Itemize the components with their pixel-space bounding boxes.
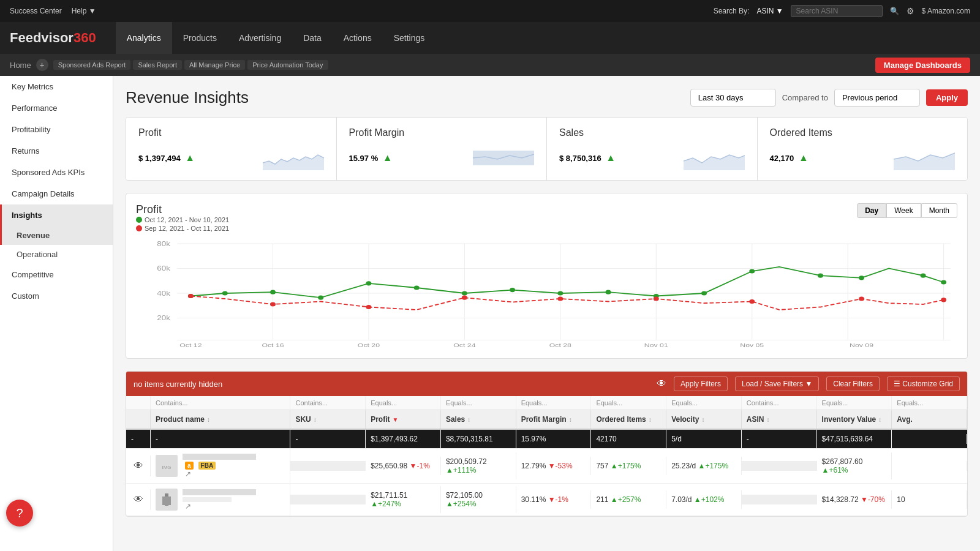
row2-product-cell: ↗ — [156, 489, 285, 511]
breadcrumb-tag-3[interactable]: All Manage Price — [184, 60, 245, 70]
date-range-select[interactable]: Last 30 days Last 7 days Last 90 days — [690, 89, 776, 107]
logo-feedvisor: Feedvisor — [10, 30, 74, 45]
svg-text:Oct 24: Oct 24 — [453, 342, 475, 348]
load-save-filters-button[interactable]: Load / Save Filters ▼ — [735, 377, 819, 391]
kpi-sales-value-row: $ 8,750,316 ▲ — [559, 146, 745, 170]
breadcrumb-tag-4[interactable]: Price Automation Today — [247, 60, 328, 70]
table-header: Product name ↕ SKU ↕ Profit ▼ Sales ↕ Pr… — [126, 410, 967, 430]
top-bar: Success Center Help ▼ Search By: ASIN ▼ … — [0, 0, 980, 22]
filter-cell-sales[interactable]: Equals... — [441, 396, 516, 410]
filter-cell-sku[interactable]: Contains... — [290, 396, 366, 410]
chat-widget[interactable]: ? — [6, 500, 33, 527]
page-title: Revenue Insights — [126, 88, 249, 107]
home-link[interactable]: Home — [10, 61, 31, 70]
compared-to-select[interactable]: Previous period Previous year — [834, 89, 920, 107]
kpi-margin-trend: ▲ — [383, 152, 393, 163]
row1-velocity: 25.23/d ▲+175% — [666, 457, 742, 475]
th-velocity[interactable]: Velocity ↕ — [666, 410, 742, 429]
time-btn-month[interactable]: Month — [921, 203, 957, 218]
sidebar-item-custom[interactable]: Custom — [0, 285, 113, 307]
nav-actions[interactable]: Actions — [333, 22, 383, 54]
time-btn-week[interactable]: Week — [886, 203, 921, 218]
success-center-link[interactable]: Success Center — [10, 7, 62, 15]
nav-settings[interactable]: Settings — [383, 22, 436, 54]
filter-cell-inventory[interactable]: Equals... — [817, 396, 892, 410]
filter-cell-velocity[interactable]: Equals... — [666, 396, 742, 410]
row1-eye-icon[interactable]: 👁 — [134, 460, 143, 471]
search-mode-selector[interactable]: ASIN ▼ — [756, 7, 783, 15]
filter-cell-items[interactable]: Equals... — [591, 396, 666, 410]
nav-advertising[interactable]: Advertising — [228, 22, 292, 54]
kpi-items-trend: ▲ — [799, 152, 809, 163]
sidebar-item-returns[interactable]: Returns — [0, 140, 113, 162]
apply-filters-button[interactable]: Apply Filters — [674, 377, 728, 391]
summary-cell-avg — [892, 434, 967, 444]
th-items[interactable]: Ordered Items ↕ — [591, 410, 666, 429]
customize-grid-button[interactable]: ☰ Customize Grid — [887, 377, 960, 391]
filter-cell-margin[interactable]: Equals... — [516, 396, 592, 410]
breadcrumb-tag-1[interactable]: Sponsored Ads Report — [53, 60, 131, 70]
help-link[interactable]: Help ▼ — [72, 7, 96, 15]
th-product-name[interactable]: Product name ↕ — [151, 410, 290, 429]
summary-cell-velocity: 5/d — [666, 430, 742, 448]
kpi-margin-value-row: 15.97 % ▲ — [349, 146, 535, 170]
time-btn-day[interactable]: Day — [857, 203, 886, 218]
nav-analytics[interactable]: Analytics — [116, 22, 172, 54]
th-margin[interactable]: Profit Margin ↕ — [516, 410, 592, 429]
filter-cell-asin[interactable]: Contains... — [742, 396, 817, 410]
svg-point-36 — [510, 288, 515, 292]
row2-items-change: ▲+257% — [611, 495, 641, 504]
summary-cell-profit: $1,397,493.62 — [366, 430, 441, 448]
logo-360: 360 — [74, 30, 96, 45]
sidebar-item-performance[interactable]: Performance — [0, 97, 113, 119]
sidebar-item-competitive[interactable]: Competitive — [0, 264, 113, 285]
sidebar-item-insights[interactable]: Insights — [0, 204, 113, 226]
row2-inventory-change: ▼-70% — [861, 495, 885, 504]
svg-text:80k: 80k — [157, 240, 171, 247]
sidebar-item-sponsored-ads[interactable]: Sponsored Ads KPIs — [0, 162, 113, 183]
th-profit[interactable]: Profit ▼ — [366, 410, 441, 429]
sort-inventory-icon: ↕ — [878, 416, 881, 423]
add-dashboard-button[interactable]: + — [36, 59, 48, 71]
sidebar-item-campaign-details[interactable]: Campaign Details — [0, 183, 113, 204]
sort-items-icon: ↕ — [649, 416, 652, 423]
kpi-card-sales: Sales $ 8,750,316 ▲ — [547, 118, 758, 180]
sidebar-item-profitability[interactable]: Profitability — [0, 119, 113, 140]
th-sku[interactable]: SKU ↕ — [290, 410, 366, 429]
filter-cell-profit[interactable]: Equals... — [366, 396, 441, 410]
th-asin[interactable]: ASIN ↕ — [742, 410, 817, 429]
legend-label-current: Oct 12, 2021 - Nov 10, 2021 — [145, 216, 229, 223]
sort-sku-icon: ↕ — [314, 416, 317, 423]
svg-point-34 — [414, 285, 420, 290]
sidebar-item-revenue[interactable]: Revenue — [0, 226, 113, 245]
visibility-toggle-icon[interactable]: 👁 — [657, 378, 666, 389]
nav-products[interactable]: Products — [172, 22, 228, 54]
svg-point-33 — [366, 281, 371, 285]
filter-cell-product[interactable]: Contains... — [151, 396, 290, 410]
row2-sales-change: ▲+254% — [446, 500, 477, 508]
nav-data[interactable]: Data — [292, 22, 333, 54]
row1-visibility: 👁 — [126, 455, 151, 476]
manage-dashboards-button[interactable]: Manage Dashboards — [875, 58, 970, 73]
apply-button[interactable]: Apply — [926, 89, 968, 106]
breadcrumb-tag-2[interactable]: Sales Report — [133, 60, 182, 70]
filter-cell-avg[interactable]: Equals... — [892, 396, 967, 410]
th-inventory[interactable]: Inventory Value ↕ — [817, 410, 892, 429]
row2-ext-link[interactable]: ↗ — [185, 502, 191, 511]
kpi-profit-chart — [263, 146, 324, 170]
row2-avg: 10 — [892, 490, 967, 509]
row2-eye-icon[interactable]: 👁 — [134, 494, 143, 504]
search-icon[interactable]: 🔍 — [890, 7, 899, 15]
sidebar-item-operational[interactable]: Operational — [0, 245, 113, 264]
search-asin-input[interactable] — [791, 5, 883, 17]
row1-asin — [742, 461, 817, 471]
clear-filters-button[interactable]: Clear Filters — [826, 377, 880, 391]
sidebar-item-key-metrics[interactable]: Key Metrics — [0, 76, 113, 97]
summary-cell-product: - — [151, 430, 290, 448]
th-sales[interactable]: Sales ↕ — [441, 410, 516, 429]
row1-ext-link[interactable]: ↗ — [185, 470, 191, 478]
table-row-1: 👁 IMG a FBA ↗ — [126, 449, 967, 484]
settings-icon[interactable]: ⚙ — [907, 6, 914, 16]
kpi-items-value-row: 42,170 ▲ — [770, 146, 956, 170]
row1-profit: $25,650.98 ▼-1% — [366, 457, 441, 475]
